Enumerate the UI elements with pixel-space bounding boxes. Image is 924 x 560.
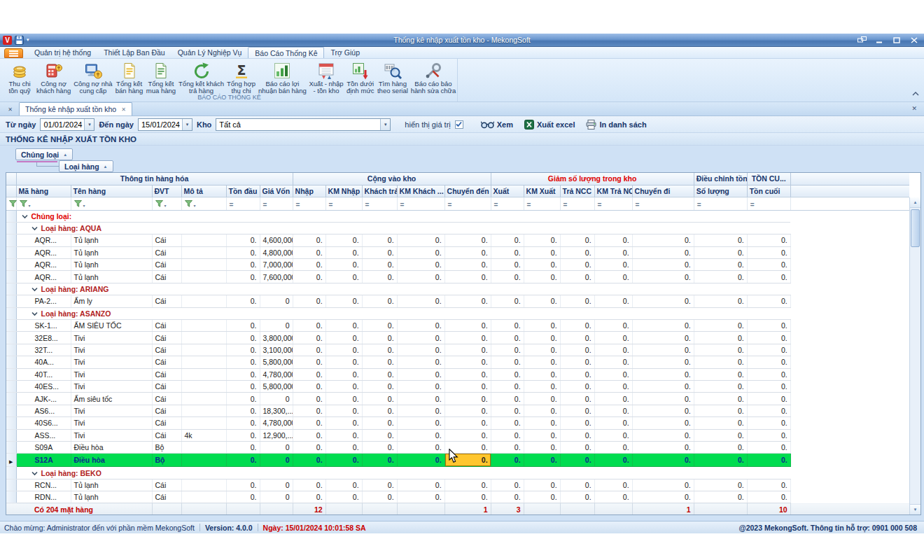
cell[interactable]: 0.	[694, 479, 747, 491]
cell[interactable]: 0.	[694, 344, 747, 356]
cell[interactable]: 0.	[632, 344, 694, 356]
close-all-tabs-icon[interactable]: ✕	[5, 104, 15, 114]
ribbon-button[interactable]: Tìm hàngtheo serial	[376, 60, 410, 95]
cell[interactable]: 0.	[694, 295, 747, 307]
cell[interactable]: 0.	[560, 234, 594, 246]
cell[interactable]: 0.	[444, 234, 491, 246]
cell[interactable]: 0.	[444, 417, 491, 429]
cell[interactable]: 0.	[326, 368, 362, 380]
cell[interactable]: 0.	[594, 491, 632, 503]
column-header[interactable]: KM Xuất	[524, 185, 560, 197]
cell[interactable]: 0.	[491, 417, 524, 429]
cell[interactable]: 0.	[293, 479, 326, 491]
cell[interactable]: 0	[260, 479, 293, 491]
cell[interactable]: 0.	[694, 259, 747, 271]
save-icon[interactable]	[15, 36, 24, 45]
cell[interactable]: 0.	[397, 295, 444, 307]
cell[interactable]: 0.	[632, 479, 694, 491]
cell[interactable]: 0.	[694, 356, 747, 368]
cell[interactable]: Điều hòa	[71, 441, 152, 453]
cell[interactable]: 0.	[444, 356, 491, 368]
cell[interactable]: 0.	[632, 271, 694, 283]
cell[interactable]: 0.	[560, 454, 594, 467]
collapse-icon[interactable]	[31, 224, 38, 232]
cell[interactable]: 0.	[226, 271, 260, 283]
ribbon-button[interactable]: Thu chitồn quỹ	[4, 60, 35, 95]
cell[interactable]: 0.	[293, 344, 326, 356]
cell[interactable]: 0.	[560, 441, 594, 453]
cell[interactable]: Cái	[152, 479, 181, 491]
cell[interactable]	[181, 234, 226, 246]
cell[interactable]: 32E8...	[16, 332, 71, 344]
cell[interactable]: 0.	[362, 246, 397, 258]
cell[interactable]: 0.	[226, 246, 260, 258]
cell[interactable]: 0.	[560, 393, 594, 405]
cell[interactable]: ẤM SIÊU TỐC	[71, 320, 152, 332]
cell[interactable]: 0.	[694, 491, 747, 503]
cell[interactable]: 0.	[524, 417, 560, 429]
cell[interactable]: 0.	[326, 295, 362, 307]
cell[interactable]: 12,900,...	[260, 429, 293, 441]
cell[interactable]: 0.	[326, 491, 362, 503]
filter-cell[interactable]: =	[747, 197, 790, 210]
cell[interactable]: 0.	[594, 454, 632, 467]
cell[interactable]: 0.	[226, 234, 260, 246]
cell[interactable]: Tivi	[71, 429, 152, 441]
cell[interactable]: 0.	[444, 491, 491, 503]
cell[interactable]: 0.	[524, 320, 560, 332]
filter-cell[interactable]: ▾	[181, 197, 226, 210]
cell[interactable]: 0.	[524, 479, 560, 491]
cell[interactable]: 0.	[747, 417, 790, 429]
cell[interactable]: 0.	[560, 356, 594, 368]
cell[interactable]: 0.	[491, 368, 524, 380]
cell[interactable]: 0.	[560, 320, 594, 332]
cell[interactable]: 5,800,000	[260, 356, 293, 368]
cell[interactable]: 0.	[632, 295, 694, 307]
cell[interactable]: 0.	[594, 344, 632, 356]
cell[interactable]: 0.	[226, 295, 260, 307]
cell[interactable]: 0.	[632, 417, 694, 429]
cell[interactable]	[181, 368, 226, 380]
cell[interactable]: AQR...	[16, 271, 71, 283]
cell[interactable]: 0.	[293, 491, 326, 503]
cell[interactable]: 0.	[524, 441, 560, 453]
cell[interactable]: Bộ	[152, 441, 181, 453]
cell[interactable]: Cái	[152, 271, 181, 283]
cell[interactable]: 0.	[491, 393, 524, 405]
cell[interactable]: 0.	[326, 405, 362, 416]
cell[interactable]: 0.	[694, 271, 747, 283]
cell[interactable]: 0.	[524, 259, 560, 271]
cell[interactable]: 0.	[524, 332, 560, 344]
cell[interactable]: 0.	[747, 393, 790, 405]
cell[interactable]	[181, 380, 226, 392]
cell[interactable]: 0.	[524, 356, 560, 368]
cell[interactable]: Tủ lạnh	[71, 271, 152, 283]
cell[interactable]: 0.	[560, 417, 594, 429]
cell[interactable]: 0.	[293, 234, 326, 246]
cell[interactable]: 0.	[362, 344, 397, 356]
column-header[interactable]: Mô tả	[181, 185, 226, 197]
cell[interactable]: Cái	[152, 332, 181, 344]
menu-tab[interactable]: Báo Cáo Thống Kê	[248, 47, 324, 58]
cell[interactable]: 0.	[226, 356, 260, 368]
cell[interactable]: 0.	[326, 234, 362, 246]
filter-cell[interactable]: =	[326, 197, 362, 210]
column-header[interactable]: Khách trả	[362, 185, 397, 197]
cell[interactable]: Tivi	[71, 368, 152, 380]
cell[interactable]: 0.	[362, 234, 397, 246]
tab-inventory-report[interactable]: Thống kê nhập xuất tồn kho ✕	[19, 102, 132, 115]
collapse-icon[interactable]	[31, 469, 38, 477]
filter-cell[interactable]: =	[632, 197, 694, 210]
cell[interactable]: 0.	[293, 332, 326, 344]
cell[interactable]: 0.	[524, 454, 560, 467]
cell[interactable]: 7,600,000	[260, 271, 293, 283]
cell[interactable]: 0.	[444, 479, 491, 491]
cell[interactable]: 0.	[632, 491, 694, 503]
cell[interactable]: 0.	[524, 380, 560, 392]
cell[interactable]: 0.	[362, 405, 397, 416]
cell[interactable]: 0.	[747, 479, 790, 491]
cell[interactable]: 0.	[524, 393, 560, 405]
cell[interactable]: 0.	[293, 380, 326, 392]
filter-cell[interactable]: =	[491, 197, 524, 210]
cell[interactable]: 0.	[444, 368, 491, 380]
